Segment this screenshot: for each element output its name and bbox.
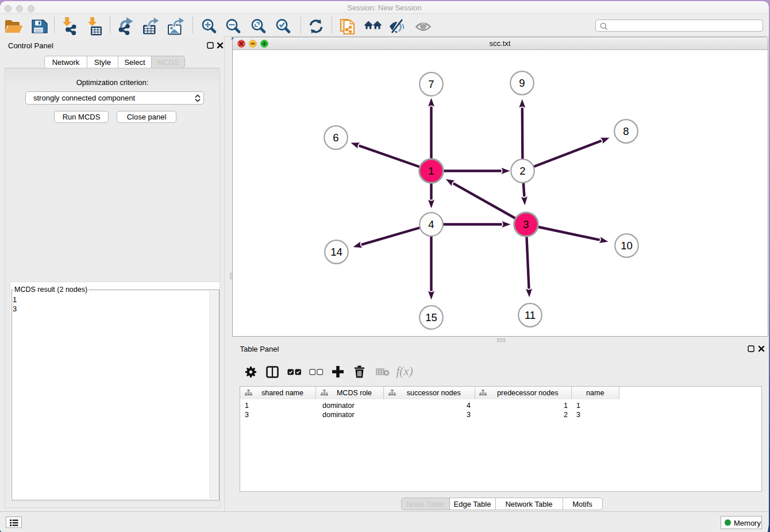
svg-text:9: 9 [519,77,525,89]
svg-text:6: 6 [333,132,338,144]
svg-text:8: 8 [623,125,629,137]
svg-text:7: 7 [428,78,434,90]
svg-text:10: 10 [621,240,633,252]
svg-text:4: 4 [428,218,434,230]
svg-text:14: 14 [330,246,342,258]
svg-text:2: 2 [519,165,525,177]
svg-text:11: 11 [524,309,535,321]
svg-text:3: 3 [523,218,529,230]
svg-text:15: 15 [425,311,437,323]
svg-text:1: 1 [428,165,434,177]
